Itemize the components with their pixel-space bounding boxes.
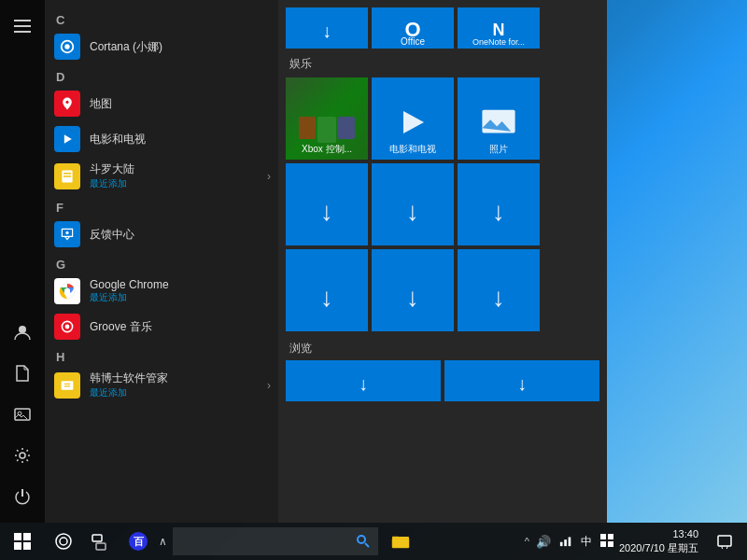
svg-rect-46	[600, 541, 606, 547]
entertainment-row: Xbox 控制... 电影和电视 照片	[286, 77, 599, 160]
top-partial-row: ↓ O Office N OneNote for...	[286, 7, 599, 49]
douluo-sub: 最近添加	[90, 177, 134, 190]
expand-caret[interactable]: ∧	[157, 535, 169, 548]
tile-onenote-label: OneNote for...	[459, 37, 538, 47]
tile-dl-7[interactable]: ↓	[286, 249, 368, 331]
movies-icon	[54, 126, 80, 152]
start-button[interactable]	[0, 523, 45, 560]
app-maps[interactable]: 地图	[45, 86, 278, 121]
baidu-button[interactable]: 百	[120, 523, 157, 560]
tile-office-label: Office	[374, 36, 452, 47]
cortana-icon	[54, 34, 80, 60]
input-method-indicator[interactable]: 中	[578, 534, 595, 550]
sidebar-documents-icon[interactable]	[0, 355, 45, 392]
app-feedback[interactable]: 反馈中心	[45, 217, 278, 252]
start-menu: C Cortana (小娜) D 地图 电影和电视	[0, 0, 607, 523]
svg-marker-24	[403, 111, 424, 133]
svg-rect-27	[14, 533, 21, 540]
maps-name: 地图	[90, 96, 112, 112]
tile-onenote[interactable]: N OneNote for...	[458, 7, 540, 49]
tile-movies-entertainment[interactable]: 电影和电视	[372, 77, 454, 160]
hanboshi-chevron: ›	[267, 379, 271, 392]
app-chrome[interactable]: Google Chrome 最近添加	[45, 273, 278, 309]
svg-rect-45	[608, 534, 613, 539]
sidebar-user-icon[interactable]	[0, 314, 45, 351]
section-f: F	[45, 195, 278, 217]
volume-icon[interactable]: 🔊	[533, 535, 554, 549]
douluo-chevron: ›	[267, 170, 271, 183]
section-d: D	[45, 64, 278, 86]
notification-button[interactable]	[710, 523, 740, 560]
svg-marker-14	[64, 134, 72, 144]
svg-rect-41	[560, 541, 563, 545]
svg-point-31	[56, 534, 71, 549]
cortana-name: Cortana (小娜)	[90, 39, 162, 55]
svg-rect-47	[608, 541, 613, 547]
douluo-name: 斗罗大陆	[90, 161, 134, 177]
search-box-area	[173, 527, 378, 555]
clock[interactable]: 13:40 2020/7/10 星期五	[619, 527, 706, 556]
tile-photos[interactable]: 照片	[458, 77, 540, 160]
section-c: C	[45, 7, 278, 29]
tile-browse-1[interactable]: ↓	[286, 360, 441, 401]
svg-rect-5	[14, 25, 31, 27]
tile-dl-8[interactable]: ↓	[372, 249, 454, 331]
hanboshi-sub: 最近添加	[90, 386, 168, 399]
tile-photos-label: 照片	[459, 143, 538, 156]
network-icon[interactable]	[557, 534, 574, 550]
tile-browse-2[interactable]: ↓	[444, 360, 599, 401]
cortana-taskbar-button[interactable]	[45, 523, 82, 560]
douluo-icon	[54, 163, 80, 189]
tile-dl-9[interactable]: ↓	[458, 249, 540, 331]
tile-dl-5[interactable]: ↓	[372, 163, 454, 245]
svg-rect-43	[569, 537, 571, 546]
tile-dl-6-arrow: ↓	[492, 197, 505, 227]
svg-rect-23	[62, 381, 74, 390]
sidebar-icons	[0, 0, 45, 523]
tile-dl-7-arrow: ↓	[320, 283, 333, 313]
systray-expand[interactable]: ^	[525, 536, 529, 547]
svg-point-13	[65, 101, 68, 104]
tile-row-2: ↓ ↓ ↓	[286, 163, 599, 245]
tile-dl-6[interactable]: ↓	[458, 163, 540, 245]
tile-xbox-label: Xbox 控制...	[288, 143, 366, 156]
task-view-button[interactable]	[82, 523, 120, 560]
search-icon[interactable]	[356, 534, 371, 549]
svg-point-7	[19, 326, 26, 333]
app-cortana[interactable]: Cortana (小娜)	[45, 29, 278, 64]
grid-icon[interactable]	[599, 534, 615, 550]
svg-rect-8	[15, 409, 30, 420]
tile-row-3: ↓ ↓ ↓	[286, 249, 599, 331]
app-douluo[interactable]: 斗罗大陆 最近添加 ›	[45, 157, 278, 195]
sidebar-photos-icon[interactable]	[0, 396, 45, 433]
browse-label: 浏览	[286, 335, 599, 360]
tile-dl-4[interactable]: ↓	[286, 163, 368, 245]
svg-rect-48	[718, 536, 731, 546]
app-movies-tv[interactable]: 电影和电视	[45, 121, 278, 157]
app-groove[interactable]: Groove 音乐	[45, 309, 278, 344]
taskbar: 百 ∧ ^ 🔊	[0, 523, 747, 560]
groove-icon	[54, 314, 80, 340]
svg-rect-34	[96, 543, 106, 550]
entertainment-label: 娱乐	[286, 52, 599, 77]
maps-icon	[54, 91, 80, 117]
svg-rect-33	[92, 535, 102, 541]
hamburger-button[interactable]	[0, 7, 45, 45]
tile-xbox[interactable]: Xbox 控制...	[286, 77, 368, 160]
chrome-sub: 最近添加	[90, 291, 169, 304]
tile-partial-download[interactable]: ↓	[286, 7, 368, 49]
clock-date: 2020/7/10 星期五	[619, 541, 698, 555]
tile-movies-label: 电影和电视	[374, 143, 452, 156]
svg-line-38	[365, 543, 369, 547]
tile-office[interactable]: O Office	[372, 7, 454, 49]
app-hanboshi[interactable]: 韩博士软件管家 最近添加 ›	[45, 366, 278, 404]
section-h: H	[45, 344, 278, 366]
file-explorer-button[interactable]	[382, 523, 419, 560]
sidebar-settings-icon[interactable]	[0, 437, 45, 474]
svg-rect-29	[14, 542, 21, 550]
svg-point-20	[64, 288, 70, 294]
chrome-name: Google Chrome	[90, 278, 169, 291]
sidebar-power-icon[interactable]	[0, 478, 45, 515]
tile-dl-4-arrow: ↓	[320, 197, 333, 227]
svg-rect-30	[23, 542, 31, 550]
